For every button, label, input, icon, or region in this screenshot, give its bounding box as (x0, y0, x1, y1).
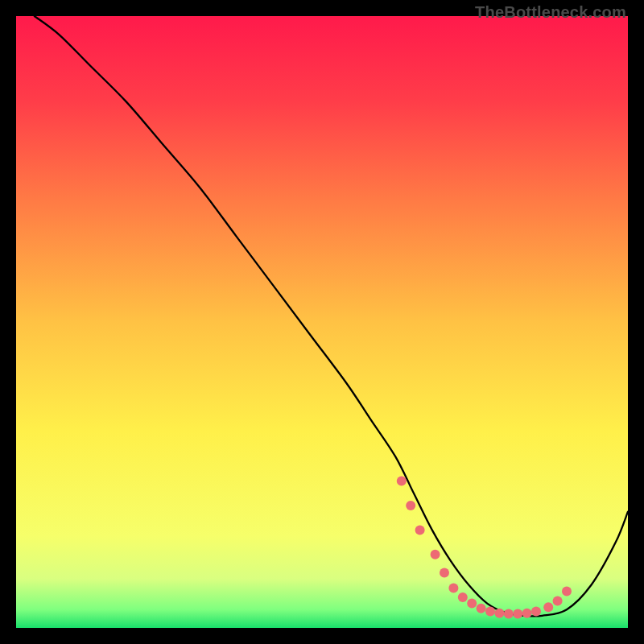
plot-area (16, 16, 628, 628)
svg-rect-0 (16, 16, 628, 628)
background-gradient (16, 16, 628, 628)
watermark-text: TheBottleneck.com (475, 3, 626, 22)
chart-stage: TheBottleneck.com (0, 0, 644, 644)
